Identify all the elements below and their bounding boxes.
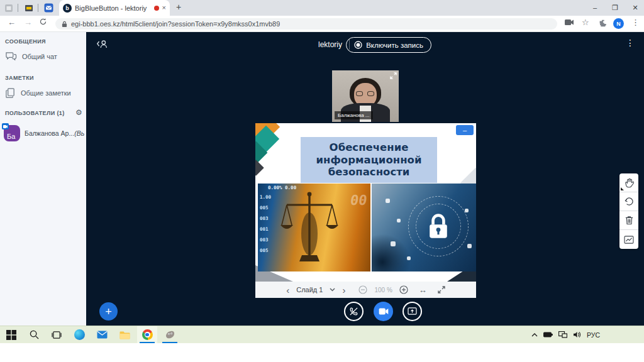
mail-icon[interactable] — [92, 326, 112, 343]
webcam-share-button[interactable] — [374, 302, 393, 321]
user-name: Балжанова Ар...(Вы) — [25, 129, 84, 137]
stock-numbers-column: 1.00 005 003 001 003 005 — [260, 192, 271, 256]
windows-taskbar: РУС — [0, 326, 644, 343]
file-explorer-icon[interactable] — [114, 326, 135, 343]
whiteboard-toolbar — [619, 173, 638, 249]
shared-notes-label: Общие заметки — [21, 89, 71, 97]
extensions-puzzle-icon[interactable] — [598, 19, 607, 28]
profile-avatar[interactable]: N — [613, 18, 624, 29]
user-you-tag: (Вы) — [74, 129, 84, 137]
previous-slide-button[interactable]: ‹ — [286, 285, 289, 295]
bbb-app: СООБЩЕНИЯ Общий чат ЗАМЕТКИ Общие заметк… — [0, 32, 644, 326]
back-button[interactable]: ← — [8, 18, 16, 27]
browser-toolbar: ← → egi-bbb1.oes.kz/html5client/join?ses… — [0, 16, 644, 32]
meeting-title: lektoriy — [318, 40, 342, 49]
forward-button[interactable]: → — [24, 18, 32, 27]
notes-pages-icon — [5, 87, 16, 99]
start-button[interactable] — [1, 326, 21, 343]
chat-bubbles-icon — [5, 51, 17, 62]
tab-close-icon[interactable]: × — [162, 4, 166, 11]
new-tab-button[interactable]: + — [176, 2, 181, 12]
tray-chevron-up-icon[interactable] — [531, 333, 538, 337]
tool-submenu-corner — [621, 187, 624, 190]
record-label: Включить запись — [366, 41, 423, 49]
pan-hand-tool-button[interactable] — [619, 173, 638, 192]
bookmark-star-icon[interactable]: ☆ — [582, 18, 589, 27]
record-icon — [354, 41, 362, 49]
screenshare-icon — [408, 307, 417, 315]
slide-dropdown-chevron-icon[interactable] — [330, 288, 335, 292]
task-view-icon[interactable] — [47, 326, 67, 343]
active-tab[interactable]: b BigBlueButton - lektoriy × — [59, 0, 170, 16]
fit-width-button[interactable]: ↔ — [419, 286, 427, 294]
slide-title-line: информационной — [316, 154, 422, 166]
tab-separator — [38, 4, 38, 12]
gimp-taskbar-icon[interactable] — [160, 326, 180, 343]
taskbar-search-icon[interactable] — [24, 326, 44, 343]
toggle-userlist-icon[interactable] — [96, 39, 109, 50]
window-minimize-button[interactable]: – — [586, 0, 604, 15]
webcam-tile[interactable]: Балжанова ... — [332, 70, 399, 122]
multiuser-whiteboard-button[interactable] — [619, 230, 638, 249]
tray-network-icon[interactable] — [558, 331, 567, 338]
bbb-header: lektoriy Включить запись ⋮ — [86, 32, 644, 57]
pinned-tab-grid-icon[interactable] — [3, 3, 14, 13]
browser-menu-kebab-icon[interactable]: ⋮ — [631, 18, 640, 27]
users-section-header: ПОЛЬЗОВАТЕЛИ (1) — [5, 110, 65, 116]
system-tray: РУС — [531, 326, 600, 343]
zoom-out-button[interactable] — [358, 285, 367, 294]
tray-battery-icon[interactable] — [543, 332, 553, 337]
screenshare-button[interactable] — [402, 302, 422, 321]
window-close-button[interactable]: ✕ — [626, 0, 644, 15]
user-list-item[interactable]: Ба Балжанова Ар...(Вы) — [4, 125, 84, 141]
browser-tab-strip: b BigBlueButton - lektoriy × + – ❐ ✕ — [0, 0, 644, 16]
bbb-main-area: lektoriy Включить запись ⋮ — [86, 32, 644, 326]
screen: b BigBlueButton - lektoriy × + – ❐ ✕ ← →… — [0, 0, 644, 362]
tab-separator — [18, 4, 18, 12]
presentation-area: – Обеспечение информационной безопасност… — [255, 123, 476, 298]
slide[interactable]: – Обеспечение информационной безопасност… — [255, 123, 476, 282]
zoom-in-button[interactable] — [399, 285, 408, 294]
justice-scales-icon — [278, 190, 341, 268]
chrome-taskbar-icon[interactable] — [137, 326, 157, 343]
shared-notes-item[interactable]: Общие заметки — [5, 87, 71, 99]
phone-slash-icon — [349, 307, 358, 316]
slide-control-bar: ‹ Слайд 1 › 100 % ↔ — [255, 282, 476, 298]
messages-section-header: СООБЩЕНИЯ — [5, 38, 46, 45]
slide-title-box: Обеспечение информационной безопасности — [301, 137, 437, 183]
slide-decoration — [255, 160, 264, 175]
users-settings-gear-icon[interactable]: ⚙ — [75, 109, 82, 116]
public-chat-item[interactable]: Общий чат — [5, 51, 57, 62]
bottom-empty-strip — [0, 343, 644, 362]
language-indicator[interactable]: РУС — [587, 331, 600, 339]
url-bar[interactable]: egi-bbb1.oes.kz/html5client/join?session… — [55, 18, 557, 30]
edge-icon[interactable] — [69, 326, 89, 343]
minimize-presentation-button[interactable]: – — [456, 125, 474, 135]
slide-image-security — [372, 184, 476, 272]
bbb-sidebar: СООБЩЕНИЯ Общий чат ЗАМЕТКИ Общие заметк… — [0, 32, 86, 326]
tray-volume-icon[interactable] — [573, 331, 581, 338]
slide-number-label[interactable]: Слайд 1 — [296, 286, 323, 293]
url-text: egi-bbb1.oes.kz/html5client/join?session… — [71, 20, 280, 28]
next-slide-button[interactable]: › — [342, 285, 345, 295]
options-kebab-icon[interactable]: ⋮ — [626, 38, 635, 48]
window-maximize-button[interactable]: ❐ — [606, 0, 624, 15]
reload-button[interactable] — [39, 18, 47, 26]
pinned-tab-mail-icon[interactable] — [43, 3, 54, 13]
clear-annotations-trash-button[interactable] — [619, 211, 638, 230]
tab-title: BigBlueButton - lektoriy — [75, 4, 151, 12]
start-recording-button[interactable]: Включить запись — [346, 37, 431, 53]
undo-button[interactable] — [619, 192, 638, 211]
notes-section-header: ЗАМЕТКИ — [5, 75, 34, 81]
media-camera-icon[interactable] — [565, 19, 574, 26]
pinned-tab-page-icon[interactable] — [23, 3, 34, 13]
join-audio-button[interactable] — [344, 302, 364, 321]
user-initials: Ба — [7, 133, 15, 140]
user-webcam-badge-icon — [2, 123, 9, 129]
webcam-fullscreen-icon[interactable] — [390, 72, 397, 79]
lock-icon — [62, 21, 67, 28]
slide-title-line: Обеспечение — [330, 141, 409, 153]
fullscreen-button[interactable] — [438, 286, 445, 293]
user-name-text: Балжанова Ар... — [25, 129, 74, 137]
actions-plus-button[interactable]: + — [99, 302, 118, 321]
